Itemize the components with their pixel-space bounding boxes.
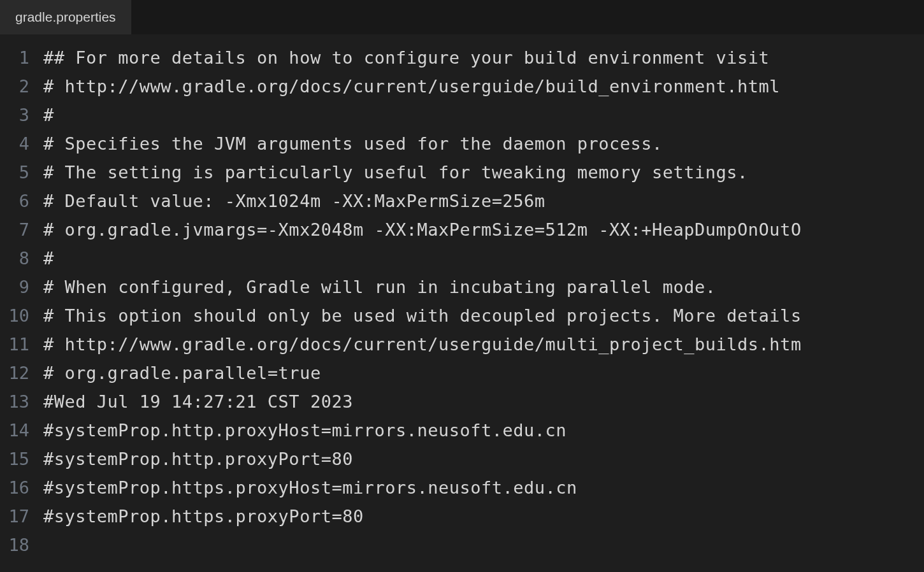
line-number: 18	[0, 531, 43, 559]
line-content[interactable]: # org.gradle.jvmargs=-Xmx2048m -XX:MaxPe…	[43, 215, 802, 244]
line-content[interactable]: # Default value: -Xmx1024m -XX:MaxPermSi…	[43, 187, 545, 215]
code-editor[interactable]: 1## For more details on how to configure…	[0, 34, 924, 572]
code-line[interactable]: 13#Wed Jul 19 14:27:21 CST 2023	[0, 387, 924, 416]
line-number: 9	[0, 273, 43, 301]
line-number: 2	[0, 72, 43, 101]
line-content[interactable]: ## For more details on how to configure …	[43, 43, 769, 72]
line-content[interactable]: #systemProp.http.proxyPort=80	[43, 445, 353, 473]
code-line[interactable]: 12# org.gradle.parallel=true	[0, 359, 924, 387]
line-content[interactable]: # org.gradle.parallel=true	[43, 359, 321, 387]
line-number: 15	[0, 445, 43, 473]
code-line[interactable]: 2# http://www.gradle.org/docs/current/us…	[0, 72, 924, 101]
code-container: 1## For more details on how to configure…	[0, 34, 924, 559]
line-content[interactable]: # Specifies the JVM arguments used for t…	[43, 129, 663, 158]
code-line[interactable]: 16#systemProp.https.proxyHost=mirrors.ne…	[0, 473, 924, 502]
line-number: 3	[0, 101, 43, 129]
line-number: 10	[0, 301, 43, 330]
line-content[interactable]: #Wed Jul 19 14:27:21 CST 2023	[43, 387, 353, 416]
line-content[interactable]: #systemProp.https.proxyHost=mirrors.neus…	[43, 473, 577, 502]
code-line[interactable]: 6# Default value: -Xmx1024m -XX:MaxPermS…	[0, 187, 924, 215]
line-number: 14	[0, 416, 43, 445]
code-line[interactable]: 14#systemProp.http.proxyHost=mirrors.neu…	[0, 416, 924, 445]
code-line[interactable]: 9# When configured, Gradle will run in i…	[0, 273, 924, 301]
code-line[interactable]: 11# http://www.gradle.org/docs/current/u…	[0, 330, 924, 359]
code-line[interactable]: 17#systemProp.https.proxyPort=80	[0, 502, 924, 531]
line-content[interactable]: #systemProp.http.proxyHost=mirrors.neuso…	[43, 416, 567, 445]
code-line[interactable]: 8#	[0, 244, 924, 273]
code-line[interactable]: 15#systemProp.http.proxyPort=80	[0, 445, 924, 473]
line-content[interactable]: # This option should only be used with d…	[43, 301, 802, 330]
code-line[interactable]: 1## For more details on how to configure…	[0, 43, 924, 72]
line-number: 7	[0, 215, 43, 244]
code-line[interactable]: 4# Specifies the JVM arguments used for …	[0, 129, 924, 158]
line-content[interactable]: # http://www.gradle.org/docs/current/use…	[43, 330, 802, 359]
line-number: 13	[0, 387, 43, 416]
line-number: 11	[0, 330, 43, 359]
line-number: 16	[0, 473, 43, 502]
line-number: 12	[0, 359, 43, 387]
tab-bar: gradle.properties	[0, 0, 924, 34]
file-tab[interactable]: gradle.properties	[0, 0, 132, 34]
line-content[interactable]: #systemProp.https.proxyPort=80	[43, 502, 364, 531]
code-line[interactable]: 10# This option should only be used with…	[0, 301, 924, 330]
line-content[interactable]: # The setting is particularly useful for…	[43, 158, 748, 187]
code-line[interactable]: 3#	[0, 101, 924, 129]
tab-filename: gradle.properties	[15, 10, 116, 25]
line-number: 1	[0, 43, 43, 72]
line-content[interactable]: #	[43, 244, 54, 273]
code-line[interactable]: 7# org.gradle.jvmargs=-Xmx2048m -XX:MaxP…	[0, 215, 924, 244]
code-line[interactable]: 5# The setting is particularly useful fo…	[0, 158, 924, 187]
line-number: 4	[0, 129, 43, 158]
line-number: 5	[0, 158, 43, 187]
line-content[interactable]: # http://www.gradle.org/docs/current/use…	[43, 72, 780, 101]
code-line[interactable]: 18	[0, 531, 924, 559]
line-number: 8	[0, 244, 43, 273]
line-number: 6	[0, 187, 43, 215]
line-number: 17	[0, 502, 43, 531]
line-content[interactable]: #	[43, 101, 54, 129]
line-content[interactable]: # When configured, Gradle will run in in…	[43, 273, 716, 301]
